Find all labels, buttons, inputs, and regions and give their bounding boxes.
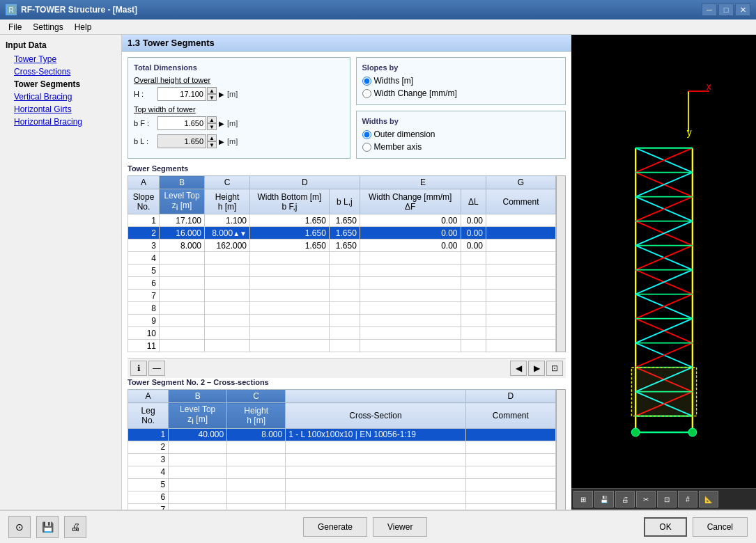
widths-by-panel: Widths by Outer dimension Member axis [356,111,566,159]
cross-section-row[interactable]: 2 [128,441,556,453]
ts-comment [486,290,556,302]
tower-segment-row[interactable]: 6 [128,277,556,290]
ts-height [205,290,250,302]
viewer-btn-1[interactable]: ⊞ [573,491,593,507]
cs-leg-no: 7 [128,503,169,510]
tower-segment-row[interactable]: 3 8.000 162.000 1.650 1.650 0.00 0.00 [128,239,556,252]
ts-slope-no: 5 [128,265,160,277]
sidebar-item-horizontal-girts[interactable]: Horizontal Girts [0,103,121,116]
ts-level-top [160,315,205,327]
viewer-btn-2[interactable]: 💾 [594,491,614,507]
tower-segment-row[interactable]: 5 [128,265,556,277]
cs-leg-no: 3 [128,453,169,466]
bf-unit: [m] [227,119,238,127]
bl-spin-down[interactable]: ▼ [207,141,217,148]
ts-height: 1.100 [205,214,250,227]
tower-segment-row[interactable]: 1 17.100 1.100 1.650 1.650 0.00 0.00 [128,214,556,227]
generate-button[interactable]: Generate [303,517,367,537]
ts-slope-no: 4 [128,252,160,265]
cross-section-row[interactable]: 3 [128,453,556,466]
h-spin-down[interactable]: ▼ [207,94,217,101]
ts-dl: 0.00 [461,239,486,252]
ts-dl: 0.00 [461,227,486,239]
menu-settings[interactable]: Settings [27,21,68,33]
ts-comment [486,302,556,315]
viewer-button[interactable]: Viewer [373,517,427,537]
h-spin-up[interactable]: ▲ [207,87,217,94]
slopes-widthchange-option[interactable]: Width Change [mm/m] [362,88,560,98]
tower-segment-row[interactable]: 2 16.000 8.000▲▼ 1.650 1.650 0.00 0.00 [128,227,556,239]
slopes-by-panel: Slopes by Widths [m] Width Change [mm/m] [356,57,566,105]
sidebar-item-tower-type[interactable]: Tower Type [0,53,121,65]
cross-section-row[interactable]: 4 [128,466,556,478]
svg-text:y: y [686,127,691,138]
ts-df [360,252,461,265]
col-subheader-comment: Comment [486,189,556,214]
bf-input[interactable] [157,116,206,130]
sidebar-section-title: Input Data [0,38,121,53]
cs-leg-no: 1 [128,428,169,441]
tower-segment-row[interactable]: 7 [128,290,556,302]
cs-height [227,453,286,466]
tower-segment-row[interactable]: 11 [128,340,556,352]
close-button[interactable]: ✕ [735,3,750,16]
bl-spin-up[interactable]: ▲ [207,134,217,141]
prev-button[interactable]: ◀ [510,361,527,376]
tower-table-scrollbar[interactable] [556,175,566,352]
total-dimensions-title: Total Dimensions [134,63,344,72]
cross-section-row[interactable]: 5 [128,478,556,491]
viewer-btn-5[interactable]: ⊡ [657,491,677,507]
footer-icon-3[interactable]: 🖨 [64,516,86,538]
ts-df: 0.00 [360,239,461,252]
cs-height [227,478,286,491]
footer-icon-2[interactable]: 💾 [36,516,59,538]
next-button[interactable]: ▶ [528,361,545,376]
cs-cross-section [286,478,466,491]
sidebar-item-vertical-bracing[interactable]: Vertical Bracing [0,90,121,103]
bf-spin-up[interactable]: ▲ [207,116,217,123]
slopes-widths-option[interactable]: Widths [m] [362,76,560,86]
cs-comment [465,428,555,441]
tower-segment-row[interactable]: 9 [128,315,556,327]
sidebar-item-horizontal-bracing[interactable]: Horizontal Bracing [0,116,121,128]
ts-bfj: 1.650 [250,239,330,252]
sidebar-item-cross-sections[interactable]: Cross-Sections [0,65,121,78]
tower-segment-row[interactable]: 4 [128,252,556,265]
viewer-btn-7[interactable]: 📐 [699,491,718,507]
cs-subheader-leveltop: Level Topzi [m] [169,403,227,428]
last-button[interactable]: ⊡ [546,361,563,376]
ts-comment [486,239,556,252]
cs-level-top [169,441,227,453]
cross-section-row[interactable]: 1 40.000 8.000 1 - L 100x100x10 | EN 100… [128,428,556,441]
minimize-button[interactable]: ─ [702,3,717,16]
viewer-btn-3[interactable]: 🖨 [615,491,635,507]
ts-bfj [250,302,330,315]
cancel-button[interactable]: Cancel [693,517,748,537]
ts-bfj [250,252,330,265]
viewer-btn-4[interactable]: ✂ [636,491,656,507]
h-input[interactable] [157,87,206,101]
ok-button[interactable]: OK [644,517,686,537]
bl-input[interactable] [157,134,206,148]
maximize-button[interactable]: □ [718,3,734,16]
tower-segment-row[interactable]: 10 [128,327,556,340]
widths-member-option[interactable]: Member axis [362,142,560,152]
sidebar-item-tower-segments[interactable]: Tower Segments [0,78,121,90]
viewer-btn-6[interactable]: # [678,491,697,507]
slopes-by-title: Slopes by [362,63,560,72]
widths-outer-option[interactable]: Outer dimension [362,129,560,139]
cs-level-top [169,453,227,466]
cs-table-scrollbar[interactable] [556,389,566,510]
viewer-toolbar: ⊞ 💾 🖨 ✂ ⊡ # 📐 [571,488,756,510]
ts-dl [461,277,486,290]
menu-file[interactable]: File [3,21,27,33]
col-header-e: E [360,176,486,189]
line-button[interactable]: — [148,361,165,376]
footer-icon-1[interactable]: ⊙ [8,516,31,538]
menu-help[interactable]: Help [69,21,98,33]
tower-segment-row[interactable]: 8 [128,302,556,315]
info-button[interactable]: ℹ [130,361,147,376]
bf-spin-down[interactable]: ▼ [207,123,217,130]
cross-section-row[interactable]: 6 [128,491,556,503]
cross-section-row[interactable]: 7 [128,503,556,510]
